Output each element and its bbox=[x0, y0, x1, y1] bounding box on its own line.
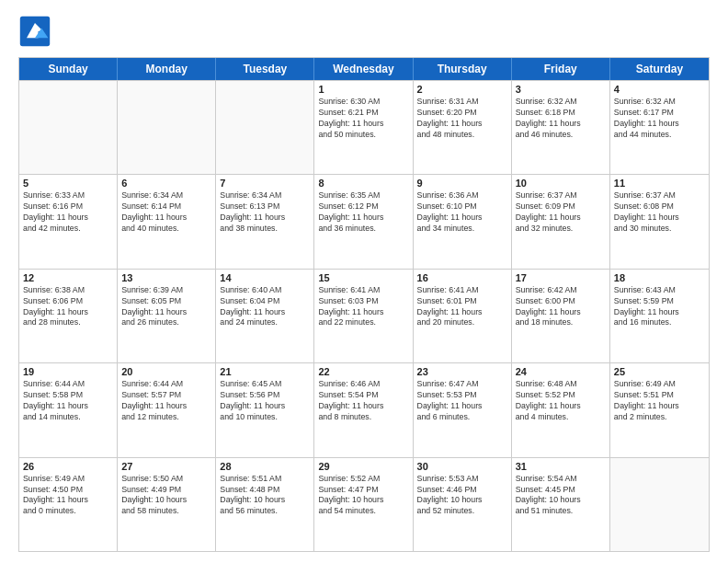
day-info: Sunrise: 5:51 AM Sunset: 4:48 PM Dayligh… bbox=[220, 474, 310, 518]
day-cell-1: 1Sunrise: 6:30 AM Sunset: 6:21 PM Daylig… bbox=[314, 81, 413, 174]
calendar: SundayMondayTuesdayWednesdayThursdayFrid… bbox=[18, 57, 710, 552]
day-cell-19: 19Sunrise: 6:44 AM Sunset: 5:58 PM Dayli… bbox=[19, 363, 118, 456]
day-number: 29 bbox=[318, 461, 408, 472]
day-cell-12: 12Sunrise: 6:38 AM Sunset: 6:06 PM Dayli… bbox=[19, 270, 118, 362]
day-info: Sunrise: 6:42 AM Sunset: 6:00 PM Dayligh… bbox=[516, 285, 606, 329]
day-number: 14 bbox=[220, 272, 310, 283]
week-row-3: 19Sunrise: 6:44 AM Sunset: 5:58 PM Dayli… bbox=[19, 362, 709, 456]
day-cell-23: 23Sunrise: 6:47 AM Sunset: 5:53 PM Dayli… bbox=[414, 363, 512, 456]
week-row-4: 26Sunrise: 5:49 AM Sunset: 4:50 PM Dayli… bbox=[19, 457, 709, 551]
header-day-tuesday: Tuesday bbox=[216, 58, 314, 80]
day-number: 2 bbox=[417, 84, 507, 95]
day-cell-9: 9Sunrise: 6:36 AM Sunset: 6:10 PM Daylig… bbox=[414, 175, 512, 268]
day-info: Sunrise: 6:30 AM Sunset: 6:21 PM Dayligh… bbox=[318, 97, 408, 141]
day-cell-4: 4Sunrise: 6:32 AM Sunset: 6:17 PM Daylig… bbox=[610, 81, 709, 174]
day-number: 26 bbox=[23, 461, 113, 472]
calendar-body: 1Sunrise: 6:30 AM Sunset: 6:21 PM Daylig… bbox=[19, 80, 709, 551]
day-number: 5 bbox=[23, 178, 113, 189]
day-cell-27: 27Sunrise: 5:50 AM Sunset: 4:49 PM Dayli… bbox=[118, 458, 216, 551]
day-cell-28: 28Sunrise: 5:51 AM Sunset: 4:48 PM Dayli… bbox=[216, 458, 314, 551]
empty-cell-0-2 bbox=[216, 81, 314, 174]
day-cell-22: 22Sunrise: 6:46 AM Sunset: 5:54 PM Dayli… bbox=[314, 363, 413, 456]
week-row-0: 1Sunrise: 6:30 AM Sunset: 6:21 PM Daylig… bbox=[19, 80, 709, 174]
day-cell-17: 17Sunrise: 6:42 AM Sunset: 6:00 PM Dayli… bbox=[512, 270, 610, 362]
day-number: 20 bbox=[121, 366, 211, 377]
logo bbox=[18, 15, 55, 48]
day-cell-6: 6Sunrise: 6:34 AM Sunset: 6:14 PM Daylig… bbox=[118, 175, 216, 268]
day-info: Sunrise: 6:44 AM Sunset: 5:58 PM Dayligh… bbox=[23, 379, 113, 423]
header-day-monday: Monday bbox=[118, 58, 216, 80]
day-number: 22 bbox=[318, 366, 408, 377]
day-cell-30: 30Sunrise: 5:53 AM Sunset: 4:46 PM Dayli… bbox=[414, 458, 512, 551]
day-number: 3 bbox=[516, 84, 606, 95]
day-cell-3: 3Sunrise: 6:32 AM Sunset: 6:18 PM Daylig… bbox=[512, 81, 610, 174]
day-number: 25 bbox=[614, 366, 705, 377]
day-number: 27 bbox=[121, 461, 211, 472]
day-cell-25: 25Sunrise: 6:49 AM Sunset: 5:51 PM Dayli… bbox=[610, 363, 709, 456]
day-number: 23 bbox=[417, 366, 507, 377]
empty-cell-0-1 bbox=[118, 81, 216, 174]
day-cell-15: 15Sunrise: 6:41 AM Sunset: 6:03 PM Dayli… bbox=[314, 270, 413, 362]
day-number: 28 bbox=[220, 461, 310, 472]
week-row-2: 12Sunrise: 6:38 AM Sunset: 6:06 PM Dayli… bbox=[19, 269, 709, 362]
day-cell-24: 24Sunrise: 6:48 AM Sunset: 5:52 PM Dayli… bbox=[512, 363, 610, 456]
day-cell-10: 10Sunrise: 6:37 AM Sunset: 6:09 PM Dayli… bbox=[512, 175, 610, 268]
day-info: Sunrise: 6:44 AM Sunset: 5:57 PM Dayligh… bbox=[121, 379, 211, 423]
day-info: Sunrise: 5:52 AM Sunset: 4:47 PM Dayligh… bbox=[318, 474, 408, 518]
page: SundayMondayTuesdayWednesdayThursdayFrid… bbox=[0, 0, 728, 563]
day-number: 7 bbox=[220, 178, 310, 189]
day-info: Sunrise: 6:32 AM Sunset: 6:18 PM Dayligh… bbox=[516, 97, 606, 141]
day-info: Sunrise: 6:34 AM Sunset: 6:14 PM Dayligh… bbox=[121, 190, 211, 235]
empty-cell-0-0 bbox=[19, 81, 118, 174]
day-number: 9 bbox=[417, 178, 507, 189]
day-info: Sunrise: 6:43 AM Sunset: 5:59 PM Dayligh… bbox=[614, 285, 705, 329]
day-info: Sunrise: 5:54 AM Sunset: 4:45 PM Dayligh… bbox=[516, 474, 606, 518]
day-number: 24 bbox=[516, 366, 606, 377]
day-info: Sunrise: 5:49 AM Sunset: 4:50 PM Dayligh… bbox=[23, 474, 113, 518]
day-cell-26: 26Sunrise: 5:49 AM Sunset: 4:50 PM Dayli… bbox=[19, 458, 118, 551]
day-number: 13 bbox=[121, 272, 211, 283]
day-cell-11: 11Sunrise: 6:37 AM Sunset: 6:08 PM Dayli… bbox=[610, 175, 709, 268]
day-number: 1 bbox=[318, 84, 408, 95]
day-info: Sunrise: 6:38 AM Sunset: 6:06 PM Dayligh… bbox=[23, 285, 113, 329]
day-number: 18 bbox=[614, 272, 705, 283]
day-info: Sunrise: 5:50 AM Sunset: 4:49 PM Dayligh… bbox=[121, 474, 211, 518]
day-info: Sunrise: 6:45 AM Sunset: 5:56 PM Dayligh… bbox=[220, 379, 310, 423]
day-info: Sunrise: 6:49 AM Sunset: 5:51 PM Dayligh… bbox=[614, 379, 705, 423]
header-day-wednesday: Wednesday bbox=[314, 58, 413, 80]
day-cell-8: 8Sunrise: 6:35 AM Sunset: 6:12 PM Daylig… bbox=[314, 175, 413, 268]
day-info: Sunrise: 6:39 AM Sunset: 6:05 PM Dayligh… bbox=[121, 285, 211, 329]
day-number: 8 bbox=[318, 178, 408, 189]
day-cell-29: 29Sunrise: 5:52 AM Sunset: 4:47 PM Dayli… bbox=[314, 458, 413, 551]
day-number: 19 bbox=[23, 366, 113, 377]
day-cell-31: 31Sunrise: 5:54 AM Sunset: 4:45 PM Dayli… bbox=[512, 458, 610, 551]
day-cell-2: 2Sunrise: 6:31 AM Sunset: 6:20 PM Daylig… bbox=[414, 81, 512, 174]
day-number: 11 bbox=[614, 178, 705, 189]
day-info: Sunrise: 6:48 AM Sunset: 5:52 PM Dayligh… bbox=[516, 379, 606, 423]
logo-icon bbox=[18, 15, 51, 48]
day-info: Sunrise: 6:41 AM Sunset: 6:03 PM Dayligh… bbox=[318, 285, 408, 329]
day-number: 12 bbox=[23, 272, 113, 283]
empty-cell-4-6 bbox=[610, 458, 709, 551]
day-info: Sunrise: 6:35 AM Sunset: 6:12 PM Dayligh… bbox=[318, 190, 408, 235]
day-number: 4 bbox=[614, 84, 705, 95]
day-info: Sunrise: 6:36 AM Sunset: 6:10 PM Dayligh… bbox=[417, 190, 507, 235]
header-day-thursday: Thursday bbox=[414, 58, 512, 80]
week-row-1: 5Sunrise: 6:33 AM Sunset: 6:16 PM Daylig… bbox=[19, 174, 709, 268]
header-day-friday: Friday bbox=[512, 58, 610, 80]
day-cell-5: 5Sunrise: 6:33 AM Sunset: 6:16 PM Daylig… bbox=[19, 175, 118, 268]
day-cell-18: 18Sunrise: 6:43 AM Sunset: 5:59 PM Dayli… bbox=[610, 270, 709, 362]
day-number: 31 bbox=[516, 461, 606, 472]
day-cell-14: 14Sunrise: 6:40 AM Sunset: 6:04 PM Dayli… bbox=[216, 270, 314, 362]
day-info: Sunrise: 6:40 AM Sunset: 6:04 PM Dayligh… bbox=[220, 285, 310, 329]
day-info: Sunrise: 6:33 AM Sunset: 6:16 PM Dayligh… bbox=[23, 190, 113, 235]
header bbox=[18, 15, 710, 48]
day-number: 6 bbox=[121, 178, 211, 189]
day-cell-16: 16Sunrise: 6:41 AM Sunset: 6:01 PM Dayli… bbox=[414, 270, 512, 362]
day-cell-13: 13Sunrise: 6:39 AM Sunset: 6:05 PM Dayli… bbox=[118, 270, 216, 362]
calendar-header: SundayMondayTuesdayWednesdayThursdayFrid… bbox=[19, 58, 709, 80]
day-info: Sunrise: 6:37 AM Sunset: 6:09 PM Dayligh… bbox=[516, 190, 606, 235]
day-cell-7: 7Sunrise: 6:34 AM Sunset: 6:13 PM Daylig… bbox=[216, 175, 314, 268]
day-info: Sunrise: 5:53 AM Sunset: 4:46 PM Dayligh… bbox=[417, 474, 507, 518]
day-number: 30 bbox=[417, 461, 507, 472]
